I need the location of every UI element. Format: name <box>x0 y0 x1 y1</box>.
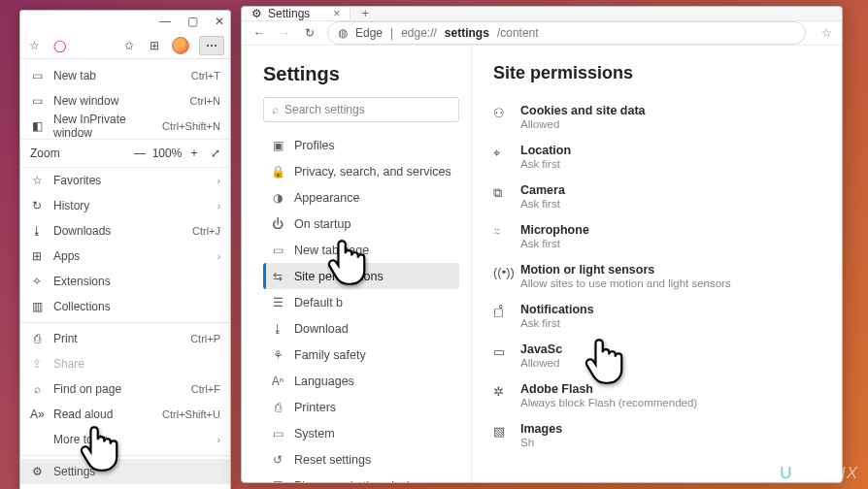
menu-read-aloud[interactable]: A» Read aloud Ctrl+Shift+U <box>20 402 230 427</box>
perm-motion-or-light-sensors[interactable]: ((•))Motion or light sensorsAllow sites … <box>493 256 830 296</box>
nav-label: Reset settings <box>294 453 371 467</box>
nav-item-printers[interactable]: ⎙Printers <box>263 394 459 420</box>
gear-icon: ⚙ <box>251 7 262 20</box>
more-button[interactable]: ⋯ <box>199 36 224 55</box>
nav-label: Languages <box>294 375 354 388</box>
nav-item-appearance[interactable]: ◑Appearance <box>263 184 459 211</box>
menu-print[interactable]: ⎙ Print Ctrl+P <box>20 326 230 351</box>
nav-item-languages[interactable]: AⁿLanguages <box>263 368 459 394</box>
menu-extensions[interactable]: ✧ Extensions <box>20 269 230 294</box>
nav-icon: ↺ <box>271 453 284 467</box>
nav-item-system[interactable]: ▭System <box>263 420 459 446</box>
menu-find[interactable]: ⌕ Find on page Ctrl+F <box>20 376 230 402</box>
tab-strip: ⚙ Settings × + <box>242 7 842 21</box>
menu-label: Print <box>53 332 181 345</box>
menu-new-tab[interactable]: ▭ New tab Ctrl+T <box>20 63 230 88</box>
menu-collections[interactable]: ▥ Collections <box>20 294 230 319</box>
profile-avatar[interactable] <box>172 37 189 54</box>
tab-settings[interactable]: ⚙ Settings × <box>242 7 351 20</box>
settings-content: Site permissions ⚇Cookies and site dataA… <box>471 46 842 483</box>
reload-button[interactable]: ↻ <box>302 26 317 40</box>
perm-microphone[interactable]: ⍨MicrophoneAsk first <box>493 216 830 256</box>
perm-cookies-and-site-data[interactable]: ⚇Cookies and site dataAllowed <box>493 97 830 137</box>
back-button[interactable]: ← <box>251 26 267 40</box>
perm-icon: ⌖ <box>493 146 509 161</box>
nav-label: Download <box>294 322 349 336</box>
perm-title: Adobe Flash <box>520 382 697 396</box>
perm-adobe-flash[interactable]: ✲Adobe FlashAlways block Flash (recommen… <box>493 375 830 415</box>
perm-javasc[interactable]: ▭JavaScAllowed <box>493 336 830 375</box>
nav-item-privacy-search-and-services[interactable]: 🔒Privacy, search, and services <box>263 158 459 184</box>
history-icon: ↻ <box>30 199 44 212</box>
nav-item-phone-and-other-devices[interactable]: ☐Phone and other devices <box>263 473 459 483</box>
perm-subtitle: Ask first <box>520 317 594 329</box>
perm-subtitle: Ask first <box>520 238 589 249</box>
menu-downloads[interactable]: ⭳ Downloads Ctrl+J <box>20 218 230 244</box>
nav-item-download[interactable]: ⭳Download <box>263 315 459 342</box>
nav-icon: ⎙ <box>271 401 284 414</box>
perm-images[interactable]: ▧ImagesSh <box>493 415 830 455</box>
nav-icon: ⏻ <box>271 217 284 231</box>
search-settings-input[interactable]: ⌕ Search settings <box>263 97 459 122</box>
perm-camera[interactable]: ⧉CameraAsk first <box>493 177 830 216</box>
site-permissions-heading: Site permissions <box>493 63 830 83</box>
perm-notifications[interactable]: ◻̊NotificationsAsk first <box>493 296 830 336</box>
nav-item-family-safety[interactable]: ⚘Family safety <box>263 342 459 368</box>
nav-item-reset-settings[interactable]: ↺Reset settings <box>263 446 459 473</box>
menu-label: Share <box>53 357 220 371</box>
watermark: UGETFIX <box>780 464 858 483</box>
maximize-button[interactable]: ▢ <box>185 15 199 28</box>
chevron-right-icon: › <box>217 251 220 262</box>
download-icon: ⭳ <box>30 224 44 238</box>
menu-new-window[interactable]: ▭ New window Ctrl+N <box>20 88 230 114</box>
menu-new-inprivate[interactable]: ◧ New InPrivate window Ctrl+Shift+N <box>20 114 230 139</box>
menu-history[interactable]: ↻ History › <box>20 193 230 218</box>
favorites-icon[interactable]: ✩ <box>121 38 137 53</box>
nav-label: Profiles <box>294 139 335 152</box>
inprivate-icon: ◧ <box>30 119 44 133</box>
perm-icon: ⚇ <box>493 106 509 120</box>
menu-settings[interactable]: ⚙ Settings <box>20 459 230 484</box>
url-input[interactable]: ◍ Edge | edge://settings/content <box>327 21 806 45</box>
menu-favorites[interactable]: ☆ Favorites › <box>20 168 230 193</box>
share-icon: ⇪ <box>30 357 44 371</box>
new-tab-button[interactable]: + <box>351 7 380 20</box>
nav-item-default-b[interactable]: ☰Default b <box>263 289 459 315</box>
menu-apps[interactable]: ⊞ Apps › <box>20 244 230 269</box>
nav-item-site-permissions[interactable]: ⇆Site permissions <box>263 263 459 289</box>
menu-label: New tab <box>53 69 182 82</box>
extension-icon: ✧ <box>30 275 44 288</box>
menu-label: Extensions <box>53 275 220 288</box>
nav-label: System <box>294 427 335 440</box>
tab-close-button[interactable]: × <box>333 7 340 20</box>
perm-subtitle: Allow sites to use motion and light sens… <box>520 277 731 289</box>
nav-item-on-startup[interactable]: ⏻On startup <box>263 211 459 237</box>
menu-list: ▭ New tab Ctrl+T ▭ New window Ctrl+N ◧ N… <box>20 59 230 489</box>
favorite-star-button[interactable]: ☆ <box>821 26 832 40</box>
perm-title: Location <box>520 144 571 157</box>
nav-item-profiles[interactable]: ▣Profiles <box>263 132 459 158</box>
fullscreen-button[interactable]: ⤢ <box>211 147 220 160</box>
perm-title: Camera <box>520 183 565 197</box>
nav-icon: ☐ <box>271 479 284 484</box>
minimize-button[interactable]: — <box>158 15 172 28</box>
zoom-in-button[interactable]: + <box>184 147 205 160</box>
nav-item-new-tab-page[interactable]: ▭New tab page <box>263 237 459 263</box>
zoom-value: 100% <box>150 147 184 160</box>
collections-icon[interactable]: ⊞ <box>147 38 162 53</box>
menu-more-tools[interactable]: More tools › <box>20 427 230 452</box>
perm-location[interactable]: ⌖LocationAsk first <box>493 137 830 177</box>
opera-icon[interactable]: ◯ <box>51 38 67 53</box>
perm-subtitle: Always block Flash (recommended) <box>520 397 697 408</box>
zoom-out-button[interactable]: — <box>129 147 150 160</box>
perm-title: Microphone <box>520 223 589 237</box>
menu-label: History <box>53 199 208 212</box>
menu-help[interactable]: ? Help and › <box>20 484 230 489</box>
forward-button[interactable]: → <box>277 26 292 40</box>
mini-toolbar: ☆ ◯ ✩ ⊞ ⋯ <box>20 32 230 59</box>
star-icon[interactable]: ☆ <box>26 38 42 53</box>
close-button[interactable]: ✕ <box>213 15 226 28</box>
print-icon: ⎙ <box>30 332 44 345</box>
nav-label: New tab page <box>294 244 369 257</box>
nav-icon: ▭ <box>271 427 284 440</box>
